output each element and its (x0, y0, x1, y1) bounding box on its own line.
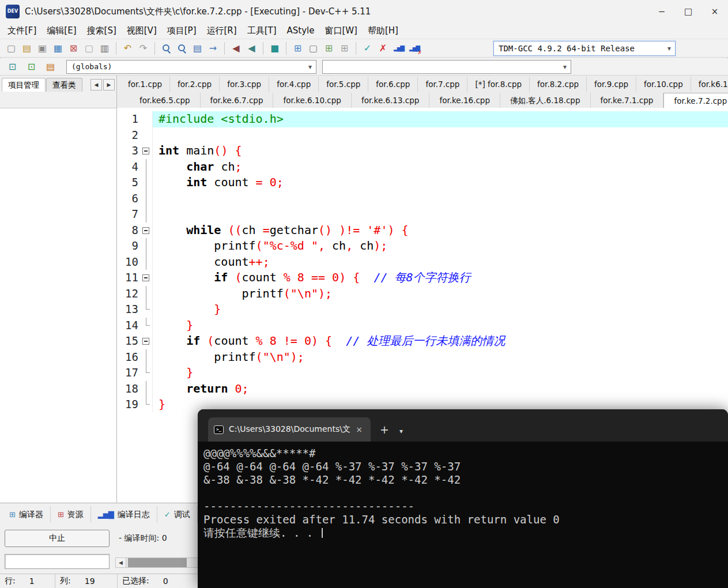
nav-forward-button[interactable]: ◀ (244, 40, 259, 56)
file-tab[interactable]: for.ke.6.10.cpp (273, 93, 351, 108)
goto-line-button[interactable]: → (205, 40, 221, 56)
find-in-files-button[interactable] (174, 40, 190, 56)
find-button[interactable] (159, 40, 174, 56)
pause-button[interactable]: ■ (267, 40, 282, 56)
file-tab[interactable]: for.3.cpp (220, 77, 269, 92)
line-number[interactable]: 5 (117, 175, 141, 191)
panel-tab-1[interactable]: 查看类 (46, 78, 82, 92)
print-button[interactable]: ▥ (97, 40, 112, 56)
file-tab[interactable]: [*] for.8.cpp (467, 77, 530, 92)
compile-and-run-button[interactable]: ▂▅▇✗ (406, 40, 422, 56)
bottom-tab-resources[interactable]: ⊞资源 (51, 506, 91, 523)
code-line-7[interactable]: 7 (117, 206, 728, 223)
file-tab[interactable]: for.4.cpp (269, 77, 319, 92)
code-line-11[interactable]: 11 if (count % 8 == 0) { // 每8个字符换行 (117, 270, 728, 286)
globals-dropdown[interactable]: (globals) ▾ (66, 60, 316, 74)
code-line-13[interactable]: 13 } (117, 301, 728, 318)
line-number[interactable]: 10 (117, 254, 141, 270)
file-tab[interactable]: for.6.cpp (368, 77, 418, 92)
menu-item-1[interactable]: 编辑[E] (42, 23, 81, 39)
redo-button[interactable]: ↷ (135, 40, 151, 56)
line-number[interactable]: 7 (117, 206, 141, 223)
scrollbar-thumb[interactable] (128, 558, 187, 567)
code-line-5[interactable]: 5 int count = 0; (117, 175, 728, 191)
line-number[interactable]: 9 (117, 238, 141, 254)
close-button[interactable]: × (701, 0, 728, 23)
code-line-12[interactable]: 12 printf("\n"); (117, 286, 728, 302)
menu-item-7[interactable]: AStyle (282, 23, 320, 39)
file-tab[interactable]: for.ke.7.1.cpp (591, 93, 664, 108)
fold-collapse-icon[interactable] (142, 148, 149, 154)
bottom-tab-debug[interactable]: ✓调试 (157, 506, 198, 523)
line-number[interactable]: 18 (117, 381, 141, 397)
members-dropdown[interactable]: ▾ (322, 60, 571, 74)
window-next-button[interactable]: ⊡ (24, 59, 39, 74)
terminal-new-tab-button[interactable]: + (380, 424, 389, 435)
bottom-tab-compiler[interactable]: ⊞编译器 (2, 506, 51, 523)
file-tab[interactable]: for.ke6.5.cpp (130, 93, 201, 108)
code-line-14[interactable]: 14 } (117, 318, 728, 334)
new-file-button[interactable]: ▢ (3, 40, 19, 56)
panel-tab-0[interactable]: 项目管理 (2, 78, 46, 92)
add-to-project-button[interactable]: ⊞ (321, 40, 337, 56)
line-number[interactable]: 12 (117, 286, 141, 302)
file-tab[interactable]: for.1.cpp (120, 77, 170, 92)
new-project-button[interactable]: ⊞ (290, 40, 305, 56)
replace-button[interactable]: ▤ (190, 40, 205, 56)
nav-back-button[interactable]: ◀ (228, 40, 244, 56)
project-tree[interactable] (0, 108, 116, 503)
file-tab[interactable]: for.8.2.cpp (530, 77, 587, 92)
run-button[interactable]: ▂▅▇ (391, 40, 406, 56)
code-line-3[interactable]: 3int main() { (117, 143, 728, 159)
file-tab[interactable]: for.10.cpp (636, 77, 691, 92)
code-line-18[interactable]: 18 return 0; (117, 381, 728, 397)
line-number[interactable]: 2 (117, 127, 141, 144)
maximize-button[interactable]: □ (675, 0, 701, 23)
tab-scroll-left-button[interactable]: ◀ (90, 79, 102, 91)
terminal-tab-close-icon[interactable]: × (353, 425, 365, 434)
menu-item-0[interactable]: 文件[F] (2, 23, 42, 39)
line-number[interactable]: 16 (117, 349, 141, 365)
menu-item-5[interactable]: 运行[R] (201, 23, 242, 39)
code-line-2[interactable]: 2 (117, 127, 728, 144)
menu-item-6[interactable]: 工具[T] (242, 23, 282, 39)
abort-button[interactable]: 中止 (5, 530, 110, 547)
code-line-8[interactable]: 8 while ((ch =getchar() )!= '#') { (117, 223, 728, 239)
file-tab[interactable]: for.ke.6.13.cpp (352, 93, 429, 108)
file-tab[interactable]: 佛如.客人.6.18.cpp (500, 93, 591, 108)
menu-item-2[interactable]: 搜索[S] (82, 23, 122, 39)
fold-collapse-icon[interactable] (142, 338, 149, 345)
file-tab[interactable]: for.ke.7.2.cpp (663, 93, 728, 108)
code-line-1[interactable]: 1#include <stdio.h> (117, 111, 728, 127)
file-tab[interactable]: for.2.cpp (170, 77, 220, 92)
line-number[interactable]: 6 (117, 191, 141, 207)
line-number[interactable]: 17 (117, 365, 141, 381)
line-number[interactable]: 8 (117, 223, 141, 239)
bookmark-button[interactable]: ▤ (43, 59, 58, 74)
terminal-tab[interactable]: >_ C:\Users\33028\Documents\文 × (208, 417, 371, 442)
tab-scroll-right-button[interactable]: ▶ (103, 79, 115, 91)
code-line-17[interactable]: 17 } (117, 365, 728, 381)
window-prev-button[interactable]: ⊡ (5, 59, 20, 74)
rebuild-all-button[interactable]: ✗ (375, 40, 391, 56)
menu-item-4[interactable]: 项目[P] (162, 23, 202, 39)
file-tab[interactable]: for.5.cpp (319, 77, 368, 92)
file-tab[interactable]: for.ke.16.cpp (429, 93, 500, 108)
code-line-10[interactable]: 10 count++; (117, 254, 728, 270)
undo-button[interactable]: ↶ (120, 40, 135, 56)
save-all-button[interactable]: ▦ (50, 40, 66, 56)
remove-from-project-button[interactable]: ⊞ (337, 40, 352, 56)
code-line-6[interactable]: 6 (117, 191, 728, 207)
close-file-button[interactable]: ⊠ (66, 40, 81, 56)
menu-item-9[interactable]: 帮助[H] (363, 23, 403, 39)
open-file-button[interactable]: ▤ (19, 40, 35, 56)
code-line-15[interactable]: 15 if (count % 8 != 0) { // 处理最后一行未填满的情况 (117, 333, 728, 349)
scroll-left-arrow-icon[interactable]: ◀ (116, 558, 126, 567)
compile-button[interactable]: ✓ (360, 40, 375, 56)
line-number[interactable]: 1 (117, 111, 141, 127)
line-number[interactable]: 15 (117, 333, 141, 349)
code-line-4[interactable]: 4 char ch; (117, 159, 728, 175)
save-button[interactable]: ▣ (35, 40, 50, 56)
minimize-button[interactable]: − (648, 0, 675, 23)
fold-collapse-icon[interactable] (142, 274, 149, 281)
